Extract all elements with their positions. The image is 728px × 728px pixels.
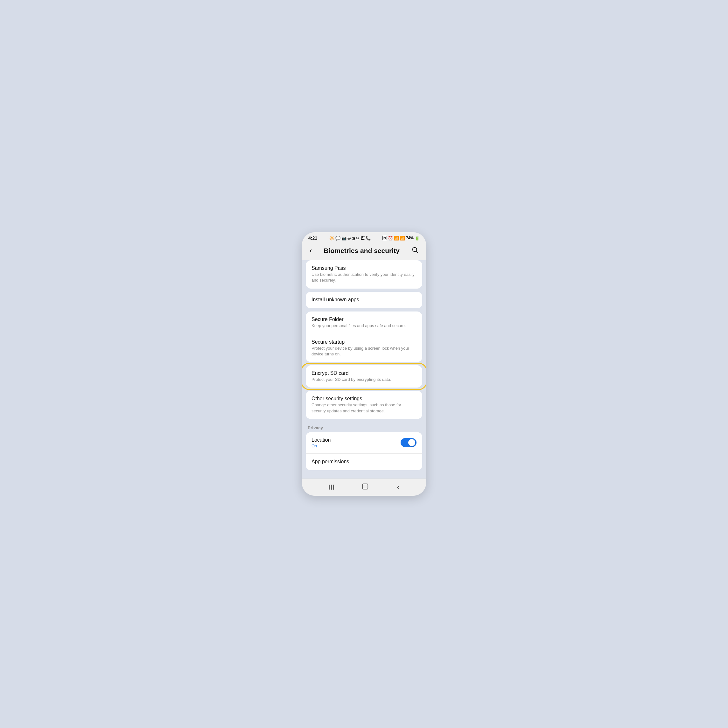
- back-button[interactable]: ‹: [308, 245, 313, 256]
- samsung-pass-card: Samsung Pass Use biometric authenticatio…: [306, 260, 422, 288]
- signal-icon: 📶: [400, 236, 405, 240]
- privacy-section-label: Privacy: [306, 422, 422, 432]
- svg-line-1: [416, 251, 418, 252]
- secure-startup-desc: Protect your device by using a screen lo…: [312, 346, 416, 357]
- secure-folder-desc: Keep your personal files and apps safe a…: [312, 323, 416, 329]
- install-unknown-card: Install unknown apps: [306, 292, 422, 308]
- settings-content: Samsung Pass Use biometric authenticatio…: [302, 260, 426, 479]
- app-permissions-title: App permissions: [312, 459, 416, 465]
- location-item[interactable]: Location On: [306, 432, 422, 454]
- other-security-desc: Change other security settings, such as …: [312, 402, 416, 414]
- location-status: On: [312, 444, 401, 448]
- notification-icon-6: ✉: [356, 236, 359, 240]
- encrypt-sd-item[interactable]: Encrypt SD card Protect your SD card by …: [306, 365, 422, 387]
- encrypt-sd-title: Encrypt SD card: [312, 370, 416, 376]
- install-unknown-title: Install unknown apps: [312, 297, 416, 303]
- samsung-pass-item[interactable]: Samsung Pass Use biometric authenticatio…: [306, 260, 422, 288]
- encrypt-sd-desc: Protect your SD card by encrypting its d…: [312, 377, 416, 382]
- bottom-nav: ‹: [302, 479, 426, 496]
- svg-rect-2: [363, 484, 368, 489]
- location-title: Location: [312, 437, 401, 443]
- notification-icon-7: 🖼: [361, 236, 365, 240]
- notification-icon-8: 📞: [366, 236, 371, 240]
- install-unknown-item[interactable]: Install unknown apps: [306, 292, 422, 308]
- search-button[interactable]: [410, 245, 420, 257]
- privacy-card: Location On App permissions: [306, 432, 422, 470]
- notification-icon-5: ◑: [352, 236, 355, 240]
- battery-icon: 🔋: [414, 236, 420, 240]
- home-button[interactable]: [359, 480, 371, 494]
- nfc-icon: N: [382, 236, 387, 240]
- status-bar: 4:21 🔆 💬 📷 ◎ ◑ ✉ 🖼 📞 N ⏰ 📶 📶 74% 🔋: [302, 232, 426, 242]
- notification-icon-1: 🔆: [329, 236, 334, 240]
- wifi-icon: 📶: [394, 236, 399, 240]
- notification-icons: 🔆 💬 📷 ◎ ◑ ✉ 🖼 📞: [329, 236, 371, 240]
- phone-frame: 4:21 🔆 💬 📷 ◎ ◑ ✉ 🖼 📞 N ⏰ 📶 📶 74% 🔋 ‹ Bio…: [302, 232, 426, 496]
- header: ‹ Biometrics and security: [302, 242, 426, 260]
- notification-icon-4: ◎: [347, 236, 351, 240]
- location-toggle[interactable]: [401, 438, 416, 447]
- secure-folder-item[interactable]: Secure Folder Keep your personal files a…: [306, 312, 422, 334]
- toggle-knob: [408, 439, 415, 446]
- other-security-card: Other security settings Change other sec…: [306, 391, 422, 419]
- other-security-item[interactable]: Other security settings Change other sec…: [306, 391, 422, 419]
- other-security-title: Other security settings: [312, 396, 416, 402]
- secure-group-card: Secure Folder Keep your personal files a…: [306, 312, 422, 362]
- status-time: 4:21: [308, 236, 317, 240]
- secure-startup-item[interactable]: Secure startup Protect your device by us…: [306, 334, 422, 362]
- back-nav-button[interactable]: ‹: [394, 480, 402, 494]
- recent-apps-button[interactable]: [326, 482, 336, 492]
- app-permissions-item[interactable]: App permissions: [306, 454, 422, 470]
- battery-indicator: 74%: [406, 236, 414, 240]
- secure-folder-title: Secure Folder: [312, 317, 416, 322]
- notification-icon-2: 💬: [335, 236, 341, 240]
- samsung-pass-desc: Use biometric authentication to verify y…: [312, 272, 416, 283]
- page-title: Biometrics and security: [316, 247, 408, 255]
- alarm-icon: ⏰: [388, 236, 393, 240]
- notification-icon-3: 📷: [341, 236, 347, 240]
- samsung-pass-title: Samsung Pass: [312, 265, 416, 271]
- secure-startup-title: Secure startup: [312, 339, 416, 345]
